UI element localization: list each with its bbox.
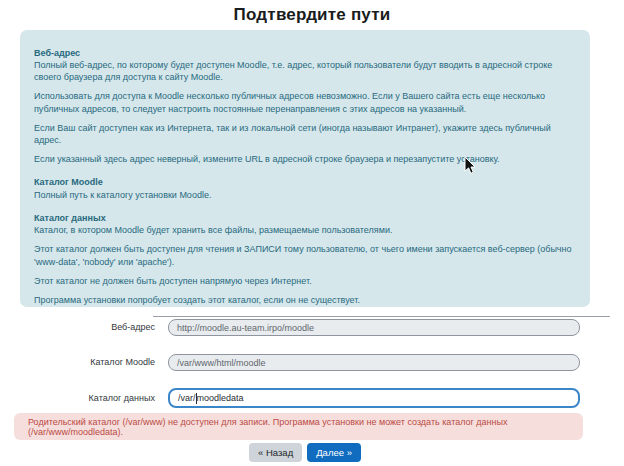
info-paragraph: Использовать для доступа к Moodle нескол… xyxy=(34,90,576,115)
info-paragraph: Каталог, в котором Moodle будет хранить … xyxy=(34,224,576,236)
next-button[interactable]: Далее » xyxy=(307,443,361,462)
error-message: Родительский каталог (/var/www) не досту… xyxy=(28,417,569,437)
mouse-cursor-icon xyxy=(464,156,476,175)
info-heading-moodle-dir: Каталог Moodle xyxy=(34,176,576,188)
paths-info-box: Веб-адрес Полный веб-адрес, по которому … xyxy=(20,30,590,307)
data-dir-value-before-caret: /var/ xyxy=(178,393,196,403)
web-address-input[interactable] xyxy=(168,319,580,336)
moodle-install-confirm-paths-page: Подтвердите пути Веб-адрес Полный веб-ад… xyxy=(0,0,624,466)
field-label-data-dir: Каталог данных xyxy=(0,390,155,407)
info-paragraph: Этот каталог не должен быть доступен нап… xyxy=(34,275,576,287)
info-paragraph: Программа установки попробует создать эт… xyxy=(34,294,576,306)
info-paragraph: Если указанный здесь адрес неверный, изм… xyxy=(34,153,576,165)
data-dir-input[interactable]: /var/moodledata xyxy=(168,388,580,408)
form-top-divider xyxy=(153,316,610,317)
info-paragraph: Этот каталог должен быть доступен для чт… xyxy=(34,243,576,268)
field-label-moodle-dir: Каталог Moodle xyxy=(0,354,155,371)
page-title: Подтвердите пути xyxy=(0,0,624,25)
info-section-data-dir: Каталог данных Каталог, в котором Moodle… xyxy=(34,212,576,306)
info-paragraph: Полный веб-адрес, по которому будет дост… xyxy=(34,59,576,84)
info-paragraph: Полный путь к каталогу установки Moodle. xyxy=(34,189,576,201)
field-label-web-address: Веб-адрес xyxy=(0,319,155,336)
info-heading-web-address: Веб-адрес xyxy=(34,47,576,59)
wizard-buttons: « Назад Далее » xyxy=(0,443,610,462)
info-section-web-address: Веб-адрес Полный веб-адрес, по которому … xyxy=(34,47,576,166)
back-button[interactable]: « Назад xyxy=(249,443,302,462)
info-paragraph: Если Ваш сайт доступен как из Интернета,… xyxy=(34,122,576,147)
data-dir-value-after-caret: moodledata xyxy=(197,393,244,403)
info-section-moodle-dir: Каталог Moodle Полный путь к каталогу ус… xyxy=(34,176,576,201)
info-heading-data-dir: Каталог данных xyxy=(34,212,576,224)
error-alert: Родительский каталог (/var/www) не досту… xyxy=(14,413,583,440)
moodle-dir-input[interactable] xyxy=(168,354,580,371)
